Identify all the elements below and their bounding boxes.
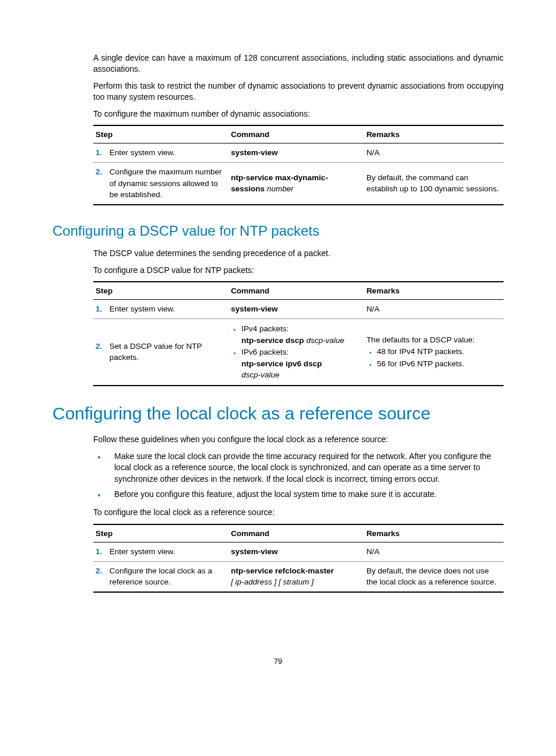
command-ital: number xyxy=(267,184,294,193)
step-text: Configure the local clock as a reference… xyxy=(110,565,223,588)
bullet-label: IPv6 packets: xyxy=(241,348,288,356)
command-bold: ntp-service ipv6 dscp xyxy=(241,359,322,368)
step-number-icon: 1. xyxy=(96,147,107,159)
remarks-text: By default, the command can establish up… xyxy=(364,163,504,205)
step-number-icon: 2. xyxy=(96,166,107,178)
remarks-text: N/A xyxy=(364,144,504,163)
th-command: Command xyxy=(228,125,364,144)
step-number-icon: 2. xyxy=(96,341,107,352)
table-header-row: Step Command Remarks xyxy=(93,524,504,542)
table-row: 2. Configure the maximum number of dynam… xyxy=(93,163,504,205)
intro-p3: To configure the maximum number of dynam… xyxy=(93,108,504,120)
th-remarks: Remarks xyxy=(364,125,504,144)
command-ital: [ ip-address ] [ stratum ] xyxy=(231,578,314,586)
th-step: Step xyxy=(93,125,228,144)
step-text: Configure the maximum number of dynamic … xyxy=(110,166,223,201)
intro-p1: A single device can have a maximum of 12… xyxy=(93,52,504,75)
table-max-dynamic: Step Command Remarks 1. Enter system vie… xyxy=(93,125,504,205)
heading-dscp: Configuring a DSCP value for NTP packets xyxy=(52,223,504,239)
content-area: The DSCP value determines the sending pr… xyxy=(93,248,504,386)
list-item: 56 for IPv6 NTP packets. xyxy=(377,358,501,370)
command-bullet-list: IPv4 packets: ntp-service dscp dscp-valu… xyxy=(231,323,361,381)
list-item: Make sure the local clock can provide th… xyxy=(106,451,504,485)
step-number-icon: 2. xyxy=(96,565,107,577)
step-number-icon: 1. xyxy=(96,546,107,558)
document-page: A single device can have a maximum of 12… xyxy=(0,0,556,689)
remarks-text: N/A xyxy=(364,542,504,562)
remarks-lead: The defaults for a DSCP value: xyxy=(367,335,475,344)
content-area: Follow these guidelines when you configu… xyxy=(93,434,504,593)
table-row: 2. Configure the local clock as a refere… xyxy=(93,561,504,592)
command-text: system-view xyxy=(231,148,277,157)
page-number: 79 xyxy=(52,657,504,666)
intro-p2: Perform this task to restrict the number… xyxy=(93,80,504,103)
remarks-bullet-list: 48 for IPv4 NTP packets. 56 for IPv6 NTP… xyxy=(367,346,501,369)
command-ital: dscp-value xyxy=(241,370,279,379)
step-text: Set a DSCP value for NTP packets. xyxy=(110,341,223,363)
remarks-text: By default, the device does not use the … xyxy=(364,561,504,592)
command-bold: ntp-service refclock-master xyxy=(231,566,333,575)
table-header-row: Step Command Remarks xyxy=(93,125,504,144)
dscp-p2: To configure a DSCP value for NTP packet… xyxy=(93,265,504,276)
localclock-p1: Follow these guidelines when you configu… xyxy=(93,434,504,445)
list-item: IPv4 packets: ntp-service dscp dscp-valu… xyxy=(241,323,361,346)
content-area: A single device can have a maximum of 12… xyxy=(93,52,504,205)
list-item: IPv6 packets: ntp-service ipv6 dscp dscp… xyxy=(241,346,361,381)
step-text: Enter system view. xyxy=(110,546,223,558)
bullet-label: IPv4 packets: xyxy=(241,324,288,333)
localclock-p2: To configure the local clock as a refere… xyxy=(93,507,504,518)
command-ital: dscp-value xyxy=(306,336,344,345)
table-row: 1. Enter system view. system-view N/A xyxy=(93,144,504,163)
dscp-p1: The DSCP value determines the sending pr… xyxy=(93,248,504,259)
th-remarks: Remarks xyxy=(364,282,504,300)
table-dscp: Step Command Remarks 1. Enter system vie… xyxy=(93,281,504,386)
table-local-clock: Step Command Remarks 1. Enter system vie… xyxy=(93,524,504,593)
command-bold: ntp-service dscp xyxy=(241,336,304,345)
step-text: Enter system view. xyxy=(110,303,223,315)
remarks-text: N/A xyxy=(364,300,504,319)
step-number-icon: 1. xyxy=(96,303,107,315)
th-step: Step xyxy=(93,524,228,542)
th-command: Command xyxy=(228,524,364,542)
list-item: Before you configure this feature, adjus… xyxy=(106,489,504,501)
command-text: system-view xyxy=(231,547,277,556)
guidelines-list: Make sure the local clock can provide th… xyxy=(93,451,504,500)
table-header-row: Step Command Remarks xyxy=(93,282,504,300)
th-step: Step xyxy=(93,282,228,300)
heading-local-clock: Configuring the local clock as a referen… xyxy=(52,404,504,424)
table-row: 2. Set a DSCP value for NTP packets. IPv… xyxy=(93,319,504,386)
list-item: 48 for IPv4 NTP packets. xyxy=(377,346,501,358)
th-remarks: Remarks xyxy=(364,524,504,542)
th-command: Command xyxy=(228,282,364,300)
step-text: Enter system view. xyxy=(110,147,223,159)
command-text: system-view xyxy=(231,304,277,313)
table-row: 1. Enter system view. system-view N/A xyxy=(93,300,504,319)
table-row: 1. Enter system view. system-view N/A xyxy=(93,542,504,562)
